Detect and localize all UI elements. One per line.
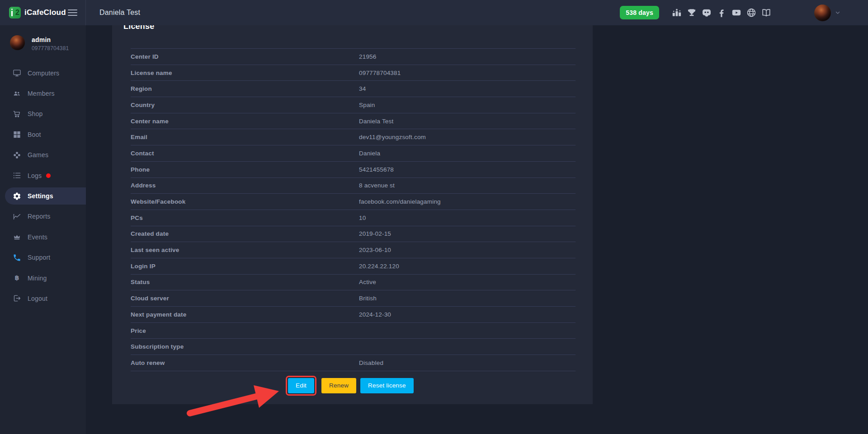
annotation-highlight-box: Edit [286,376,316,396]
profile-avatar[interactable] [10,35,25,50]
mining-icon: ฿ [12,274,21,283]
table-row: Region34 [131,81,576,97]
sidebar-item-label: Shop [28,110,43,117]
logo-text: iCafeCloud [24,8,66,17]
sidebar-item-label: Games [28,151,48,159]
row-label: Contact [131,150,359,157]
facebook-icon[interactable] [716,8,726,18]
sidebar-item-label: Mining [28,275,47,282]
computers-icon [12,69,21,78]
row-label: Status [131,279,359,285]
row-label: Last seen active [131,247,359,253]
topbar-logo-section: 2 iCafeCloud [0,0,86,25]
reports-icon [12,212,21,221]
row-value: Active [359,279,376,285]
table-row: StatusActive [131,275,576,291]
profile-name: admin [32,36,69,43]
row-value: 8 acvenue st [359,182,395,189]
sidebar-item-members[interactable]: Members [0,83,86,103]
icafecloud-logo-icon: 2 [9,7,21,19]
license-panel: License Center ID21956License name097778… [112,25,593,404]
sidebar-item-games[interactable]: Games [0,145,86,165]
table-row: PCs10 [131,210,576,226]
row-value: 2023-06-10 [359,247,391,253]
logs-notification-dot [46,173,51,178]
sidebar-item-boot[interactable]: Boot [0,124,86,145]
trophy-icon[interactable] [686,8,697,18]
sidebar-item-support[interactable]: Support [0,247,86,268]
edit-button[interactable]: Edit [288,378,314,393]
sidebar-item-label: Boot [28,131,41,138]
youtube-icon[interactable] [731,8,741,18]
row-value: Daniela Test [359,118,393,125]
sidebar-item-events[interactable]: Events [0,227,86,247]
topbar-icons [669,8,774,18]
license-table: Center ID21956License name097778704381Re… [131,48,576,371]
chevron-down-icon[interactable] [835,9,841,16]
table-row: Center nameDaniela Test [131,113,576,130]
sidebar-nav: ComputersMembersShopBootGamesLogsSetting… [0,63,86,309]
members-icon [12,89,21,98]
table-row: Cloud serverBritish [131,290,576,307]
row-value: dev11@youngzsoft.com [359,134,426,140]
license-heading: License [123,25,593,31]
row-value: 20.224.22.120 [359,263,399,270]
topbar-actions: 538 days [620,5,868,21]
sidebar-item-label: Events [28,233,47,241]
topbar: 2 iCafeCloud Daniela Test 538 days [0,0,868,25]
row-label: Subscription type [131,343,359,350]
row-label: Website/Facebook [131,198,359,205]
table-row: Login IP20.224.22.120 [131,258,576,275]
sidebar-item-settings[interactable]: Settings [0,186,86,206]
row-value: 21956 [359,53,377,60]
sidebar-item-reports[interactable]: Reports [0,206,86,227]
page-title: Daniela Test [99,9,140,17]
reset-license-button[interactable]: Reset license [360,378,414,393]
logs-icon [12,171,21,180]
ranking-icon[interactable] [671,8,682,18]
settings-icon [12,191,21,201]
profile-block: admin 097778704381 [0,25,86,51]
row-label: Price [131,327,359,334]
discord-icon[interactable] [701,8,712,18]
sidebar-item-label: Members [28,90,55,97]
days-remaining-badge[interactable]: 538 days [620,6,659,19]
book-icon[interactable] [761,8,771,18]
user-avatar[interactable] [814,5,831,21]
row-value: Spain [359,102,375,108]
table-row: Phone5421455678 [131,162,576,178]
row-label: Country [131,102,359,108]
games-icon [12,150,21,159]
row-value: 34 [359,85,366,92]
table-row: Address8 acvenue st [131,178,576,194]
sidebar-item-logout[interactable]: Logout [0,288,86,308]
table-row: Created date2019-02-15 [131,226,576,243]
sidebar-item-label: Computers [28,70,59,77]
row-label: Auto renew [131,359,359,366]
table-row: Subscription type [131,339,576,355]
table-row: Emaildev11@youngzsoft.com [131,129,576,145]
row-value: 10 [359,215,366,221]
sidebar-item-label: Logs [28,172,42,179]
sidebar-item-computers[interactable]: Computers [0,63,86,83]
hamburger-menu-icon[interactable] [68,8,77,18]
logout-icon [12,294,21,303]
profile-info: admin 097778704381 [32,35,69,51]
row-label: Center ID [131,53,359,60]
sidebar-item-mining[interactable]: ฿Mining [0,268,86,288]
sidebar-item-shop[interactable]: Shop [0,104,86,124]
table-row: Center ID21956 [131,49,576,65]
sidebar-item-label: Support [28,254,50,261]
table-row: Next payment date2024-12-30 [131,307,576,323]
table-row: CountrySpain [131,97,576,113]
row-label: Region [131,85,359,92]
row-value: 2024-12-30 [359,311,391,318]
row-label: Address [131,182,359,189]
row-label: Phone [131,166,359,173]
renew-button[interactable]: Renew [321,378,356,393]
sidebar-item-logs[interactable]: Logs [0,165,86,186]
globe-icon[interactable] [746,8,756,18]
sidebar-item-label: Reports [28,213,50,220]
table-row: Website/Facebookfacebook.com/danielagami… [131,194,576,210]
table-row: Last seen active2023-06-10 [131,242,576,258]
